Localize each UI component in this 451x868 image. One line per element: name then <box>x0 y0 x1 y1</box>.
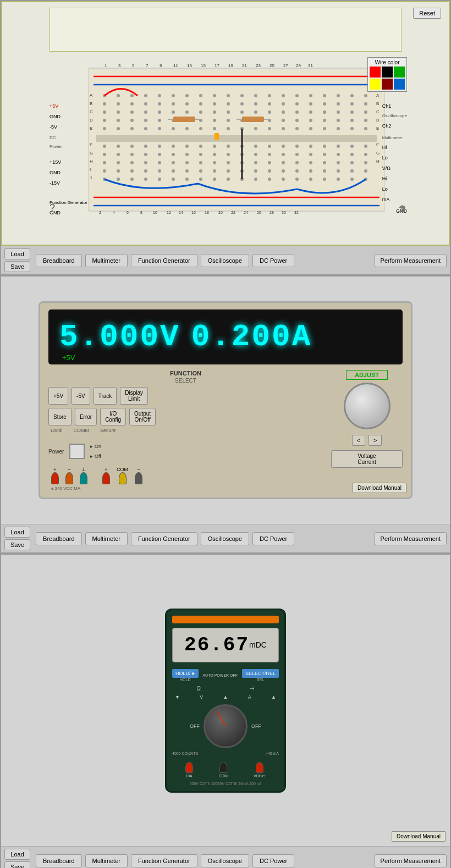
store-btn[interactable]: Store <box>48 408 72 425</box>
post-orange[interactable] <box>65 472 73 484</box>
save-button-1[interactable]: Save <box>4 261 30 272</box>
minus5v-btn[interactable]: -5V <box>72 387 90 405</box>
breadboard-btn-3[interactable]: Breadboard <box>36 854 82 867</box>
error-btn[interactable]: Error <box>75 408 97 425</box>
dc-power-btn-3[interactable]: DC Power <box>252 854 294 867</box>
terminal-com-label: COM <box>219 774 228 778</box>
reset-button[interactable]: Reset <box>413 8 441 19</box>
select-button[interactable]: SELECT/REL <box>242 669 279 678</box>
color-yellow[interactable] <box>370 79 381 90</box>
svg-point-212 <box>268 169 271 173</box>
function-title: FUNCTION <box>48 370 323 377</box>
load-button-2[interactable]: Load <box>4 527 30 538</box>
display-limit-btn[interactable]: DisplayLimit <box>120 387 148 405</box>
power-switch[interactable] <box>69 444 85 459</box>
svg-point-226 <box>185 178 189 181</box>
svg-point-192 <box>268 161 271 164</box>
save-button-2[interactable]: Save <box>4 539 30 550</box>
post-com[interactable] <box>219 762 227 773</box>
adjust-panel: ADJUST < > VoltageCurrent <box>331 370 403 491</box>
v-label: V <box>200 694 203 700</box>
io-config-btn[interactable]: I/OConfig <box>100 408 126 425</box>
load-button-1[interactable]: Load <box>4 248 30 259</box>
perform-measurement-btn-3[interactable]: Perform Measurement <box>375 854 447 867</box>
oscilloscope-btn-2[interactable]: Oscilloscope <box>201 532 249 545</box>
hold-button[interactable]: HOLD/★ <box>172 669 199 678</box>
post-red-2[interactable] <box>102 472 110 484</box>
mm-dial[interactable] <box>204 704 248 748</box>
svg-text:23: 23 <box>256 63 261 68</box>
function-generator-btn-1[interactable]: Function Generator <box>131 254 197 267</box>
track-btn[interactable]: Track <box>94 387 117 405</box>
function-generator-btn-2[interactable]: Function Generator <box>131 532 197 545</box>
left-arrow-btn[interactable]: < <box>352 435 365 446</box>
svg-point-152 <box>268 145 271 148</box>
download-manual-btn-2[interactable]: Download Manual <box>392 831 446 842</box>
svg-point-100 <box>117 119 120 122</box>
svg-point-208 <box>213 169 216 173</box>
post-red-1[interactable] <box>51 472 59 484</box>
color-black[interactable] <box>382 67 393 78</box>
dc-power-btn-2[interactable]: DC Power <box>252 532 294 545</box>
post-10a[interactable] <box>185 762 193 773</box>
color-darkred[interactable] <box>382 79 393 90</box>
svg-point-171 <box>254 153 257 156</box>
svg-point-176 <box>323 153 326 156</box>
trash-icon[interactable]: 🗑 <box>398 204 407 214</box>
oscilloscope-btn-3[interactable]: Oscilloscope <box>201 854 249 867</box>
breadboard-panel: Reset Wire color <box>0 0 451 275</box>
multimeter-btn-2[interactable]: Multimeter <box>85 532 128 545</box>
voltage-current-btn[interactable]: VoltageCurrent <box>331 450 403 468</box>
load-button-3[interactable]: Load <box>4 849 30 860</box>
oscilloscope-btn-1[interactable]: Oscilloscope <box>201 254 249 267</box>
breadboard-btn-2[interactable]: Breadboard <box>36 532 82 545</box>
right-arrow-btn[interactable]: > <box>369 435 382 446</box>
svg-point-71 <box>268 102 271 106</box>
svg-text:17: 17 <box>215 63 219 68</box>
svg-point-78 <box>364 102 367 106</box>
plus15v-label: +15V <box>50 157 87 168</box>
post-black[interactable] <box>135 472 142 484</box>
multimeter-btn-3[interactable]: Multimeter <box>85 854 128 867</box>
color-blue[interactable] <box>394 79 405 90</box>
save-button-3[interactable]: Save <box>4 861 30 868</box>
color-red[interactable] <box>370 67 381 78</box>
perform-measurement-btn-2[interactable]: Perform Measurement <box>375 532 447 545</box>
arrow-btns: < > <box>352 435 382 446</box>
svg-point-125 <box>185 127 189 130</box>
download-manual-btn-1[interactable]: Download Manual <box>353 483 406 493</box>
help-icon[interactable]: ? <box>50 202 55 214</box>
svg-point-221 <box>117 178 120 181</box>
svg-point-128 <box>227 127 230 130</box>
mm-terminals: 10A COM VΩHz+ <box>172 760 279 780</box>
post-teal[interactable] <box>80 472 87 484</box>
svg-point-67 <box>213 102 216 106</box>
svg-text:28: 28 <box>270 211 274 214</box>
svg-point-155 <box>309 145 312 148</box>
notes-area[interactable] <box>50 8 402 52</box>
plus5v-btn[interactable]: +5V <box>48 387 68 405</box>
svg-point-46 <box>199 94 202 97</box>
svg-point-225 <box>172 178 175 181</box>
post-yellow[interactable] <box>119 472 127 484</box>
svg-text:12: 12 <box>167 211 171 214</box>
terminal-minus2: − <box>135 467 142 484</box>
toolbar-2: Load Save Breadboard Multimeter Function… <box>1 524 450 552</box>
btn-row-2: Store Error I/OConfig OutputOn/Off <box>48 408 323 425</box>
svg-point-198 <box>350 161 354 164</box>
svg-point-54 <box>309 94 312 97</box>
post-vohm[interactable] <box>256 762 263 773</box>
breadboard-btn-1[interactable]: Breadboard <box>36 254 82 267</box>
svg-point-74 <box>309 102 312 106</box>
perform-measurement-btn-1[interactable]: Perform Measurement <box>375 254 447 267</box>
color-green[interactable] <box>394 67 405 78</box>
function-generator-btn-3[interactable]: Function Generator <box>131 854 197 867</box>
output-onoff-btn[interactable]: OutputOn/Off <box>129 408 156 425</box>
function-panel-row: FUNCTION SELECT +5V -5V Track DisplayLim… <box>48 370 403 491</box>
adjust-knob[interactable] <box>344 383 391 429</box>
svg-text:E: E <box>90 126 92 131</box>
multimeter-btn-1[interactable]: Multimeter <box>85 254 128 267</box>
svg-point-88 <box>227 110 230 114</box>
svg-point-96 <box>337 110 340 114</box>
dc-power-btn-1[interactable]: DC Power <box>252 254 294 267</box>
